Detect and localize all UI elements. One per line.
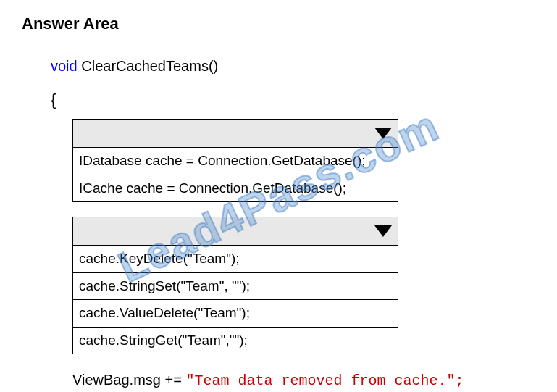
method-name-text: ClearCachedTeams() [81,58,218,74]
dropdown-1-option[interactable]: IDatabase cache = Connection.GetDatabase… [73,148,398,175]
string-literal: "Team data removed from cache."; [185,372,464,389]
viewbag-line: ViewBag.msg += "Team data removed from c… [72,369,535,392]
dropdown-1-header[interactable] [72,119,398,148]
answer-area-title: Answer Area [22,14,535,33]
viewbag-prefix: ViewBag.msg += [72,372,185,388]
code-block: void ClearCachedTeams() { IDatabase cach… [22,55,535,392]
chevron-down-icon [374,128,392,139]
dropdown-2-options: cache.KeyDelete("Team"); cache.StringSet… [72,246,398,354]
dropdown-2-option[interactable]: cache.KeyDelete("Team"); [73,246,398,273]
void-keyword: void [51,58,78,74]
open-brace: { [51,88,535,112]
chevron-down-icon [374,225,392,237]
dropdown-2-header[interactable] [72,217,398,246]
method-signature: void ClearCachedTeams() [51,55,535,77]
dropdown-2-option[interactable]: cache.StringSet("Team", ""); [73,273,398,301]
dropdown-2-option[interactable]: cache.ValueDelete("Team"); [73,300,398,328]
dropdown-1[interactable]: IDatabase cache = Connection.GetDatabase… [72,119,398,202]
dropdown-1-option[interactable]: ICache cache = Connection.GetDatabase(); [73,175,398,202]
dropdown-2-option[interactable]: cache.StringGet("Team",""); [73,328,398,354]
dropdown-1-options: IDatabase cache = Connection.GetDatabase… [72,148,398,202]
dropdown-2[interactable]: cache.KeyDelete("Team"); cache.StringSet… [72,217,398,354]
